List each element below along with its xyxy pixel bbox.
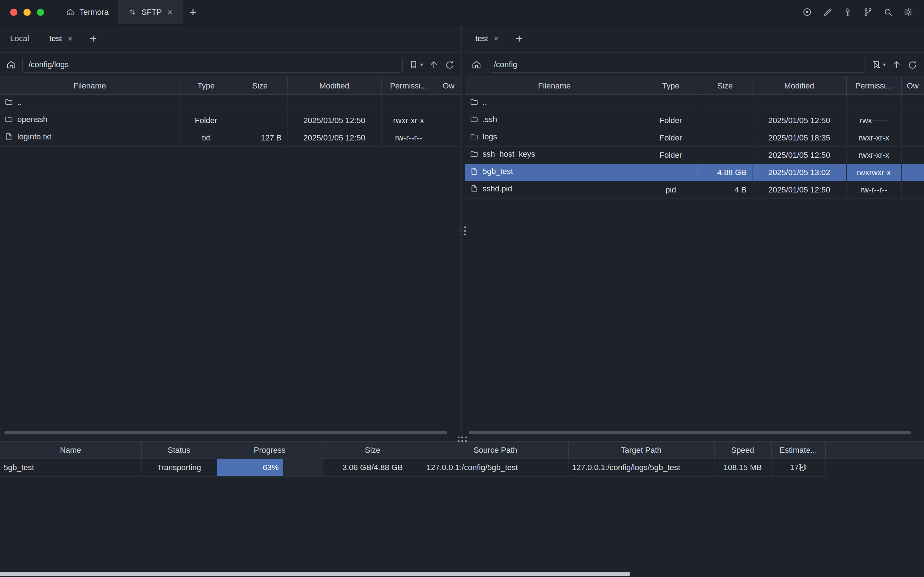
local-pane: Local test × + ▾: [0, 24, 462, 437]
bookmark-icon: [408, 60, 419, 70]
refresh-icon: [907, 60, 918, 70]
close-tab-icon[interactable]: ×: [493, 34, 499, 43]
record-button[interactable]: [802, 7, 812, 17]
column-header-estimate[interactable]: Estimate...: [771, 442, 826, 459]
chevron-down-icon[interactable]: ▾: [420, 61, 423, 68]
remote-file-table: Filename Type Size Modified Permissi... …: [465, 77, 924, 198]
chevron-down-icon[interactable]: ▾: [883, 61, 886, 68]
column-header-owner[interactable]: Ow: [901, 77, 924, 95]
bookmark-remove-button[interactable]: ▾: [871, 60, 886, 70]
close-tab-icon[interactable]: ×: [166, 8, 173, 17]
edit-button[interactable]: [822, 7, 832, 17]
home-icon[interactable]: [471, 59, 482, 70]
tab-test-label: test: [50, 34, 62, 44]
column-header-permissions[interactable]: Permissi...: [847, 77, 901, 95]
transfer-panel-splitter[interactable]: [0, 437, 924, 441]
file-row-openssh[interactable]: openssh Folder 2025/01/05 12:50 rwxr-xr-…: [0, 112, 461, 129]
column-header-filename[interactable]: Filename: [465, 77, 644, 95]
new-tab-button[interactable]: +: [183, 0, 203, 24]
home-icon[interactable]: [6, 59, 17, 70]
keys-button[interactable]: [843, 7, 853, 17]
column-header-permissions[interactable]: Permissi...: [381, 77, 435, 95]
file-row-loginfo[interactable]: loginfo.txt txt 127 B 2025/01/05 12:50 r…: [0, 129, 461, 147]
parent-directory-button[interactable]: [429, 60, 439, 70]
close-window-button[interactable]: [10, 9, 17, 16]
transfer-row-5gb-test[interactable]: 5gb_test Transporting 63% 3.06 GB/4.88 G…: [0, 459, 924, 477]
remote-pane: test × + ▾: [465, 24, 924, 437]
refresh-button[interactable]: [907, 60, 918, 70]
column-header-source-path[interactable]: Source Path: [422, 442, 568, 459]
minimize-window-button[interactable]: [24, 9, 31, 16]
arrow-up-icon: [429, 60, 439, 70]
file-row-parent[interactable]: ..: [0, 95, 461, 112]
column-header-filename[interactable]: Filename: [0, 77, 179, 95]
table-header-row: Filename Type Size Modified Permissi... …: [465, 77, 924, 95]
tab-termora-label: Termora: [79, 8, 109, 17]
column-header-size[interactable]: Size: [698, 77, 752, 95]
remote-path-input[interactable]: [488, 57, 866, 73]
pane-splitter[interactable]: [462, 24, 465, 437]
bookmark-slash-icon: [871, 60, 881, 70]
file-row-parent[interactable]: ..: [465, 95, 924, 112]
zoom-window-button[interactable]: [37, 9, 44, 16]
status-badge: Transporting: [141, 459, 217, 477]
file-row-logs[interactable]: logs Folder 2025/01/05 18:35 rwxr-xr-x: [465, 129, 924, 147]
termora-window: Termora SFTP × + Local test: [0, 0, 924, 477]
column-header-speed[interactable]: Speed: [714, 442, 771, 459]
home-icon: [66, 8, 75, 17]
parent-directory-button[interactable]: [892, 60, 901, 70]
settings-button[interactable]: [903, 7, 913, 17]
transfer-table: Name Status Progress Size Source Path Ta…: [0, 441, 924, 477]
tab-sftp[interactable]: SFTP ×: [118, 0, 183, 24]
traffic-lights: [0, 0, 56, 24]
file-name: ..: [482, 97, 487, 107]
column-header-type[interactable]: Type: [179, 77, 233, 95]
column-header-target-path[interactable]: Target Path: [568, 442, 714, 459]
titlebar: Termora SFTP × +: [0, 0, 924, 24]
snippets-button[interactable]: [863, 7, 873, 17]
column-header-type[interactable]: Type: [644, 77, 698, 95]
file-icon: [469, 184, 479, 193]
tab-test-remote[interactable]: test ×: [465, 24, 509, 52]
local-path-input[interactable]: [23, 57, 403, 73]
file-name: ..: [17, 97, 22, 107]
bookmark-button[interactable]: ▾: [408, 60, 423, 70]
file-row-ssh-host-keys[interactable]: ssh_host_keys Folder 2025/01/05 12:50 rw…: [465, 147, 924, 164]
search-button[interactable]: [883, 7, 893, 17]
column-header-filler: [826, 442, 924, 459]
tab-termora[interactable]: Termora: [56, 0, 118, 24]
local-path-toolbar: ▾: [0, 53, 461, 77]
add-session-tab-button[interactable]: +: [509, 24, 529, 52]
tab-local[interactable]: Local: [0, 24, 39, 52]
titlebar-spacer: [203, 0, 802, 24]
transfer-horizontal-scrollbar-thumb[interactable]: [0, 572, 631, 576]
progress-fill: 63%: [217, 459, 284, 476]
refresh-button[interactable]: [445, 60, 455, 70]
file-icon: [469, 167, 479, 176]
column-header-owner[interactable]: Ow: [435, 77, 461, 95]
file-row-ssh[interactable]: .ssh Folder 2025/01/05 12:50 rwx------: [465, 112, 924, 129]
file-name: 5gb_test: [482, 167, 513, 176]
search-icon: [883, 7, 893, 17]
table-header-row: Filename Type Size Modified Permissi... …: [0, 77, 461, 95]
column-header-size[interactable]: Size: [323, 442, 422, 459]
horizontal-scrollbar-thumb[interactable]: [4, 431, 447, 434]
transfer-arrows-icon: [128, 8, 137, 17]
remote-pane-tab-bar: test × +: [465, 24, 924, 53]
close-tab-icon[interactable]: ×: [67, 34, 73, 43]
column-header-modified[interactable]: Modified: [287, 77, 381, 95]
file-row-5gb-test[interactable]: 5gb_test 4.88 GB 2025/01/05 13:02 rwxrwx…: [465, 164, 924, 181]
file-row-sshd-pid[interactable]: sshd.pid pid 4 B 2025/01/05 12:50 rw-r--…: [465, 181, 924, 198]
column-header-modified[interactable]: Modified: [752, 77, 847, 95]
column-header-progress[interactable]: Progress: [217, 442, 323, 459]
tab-test-local[interactable]: test ×: [39, 24, 84, 52]
column-header-size[interactable]: Size: [233, 77, 287, 95]
column-header-name[interactable]: Name: [0, 442, 141, 459]
file-name: logs: [482, 132, 497, 142]
column-header-status[interactable]: Status: [141, 442, 217, 459]
horizontal-scrollbar-thumb[interactable]: [469, 431, 911, 434]
add-session-tab-button[interactable]: +: [84, 24, 103, 52]
pencil-icon: [822, 7, 832, 17]
file-icon: [4, 132, 13, 141]
file-name: openssh: [17, 115, 47, 124]
